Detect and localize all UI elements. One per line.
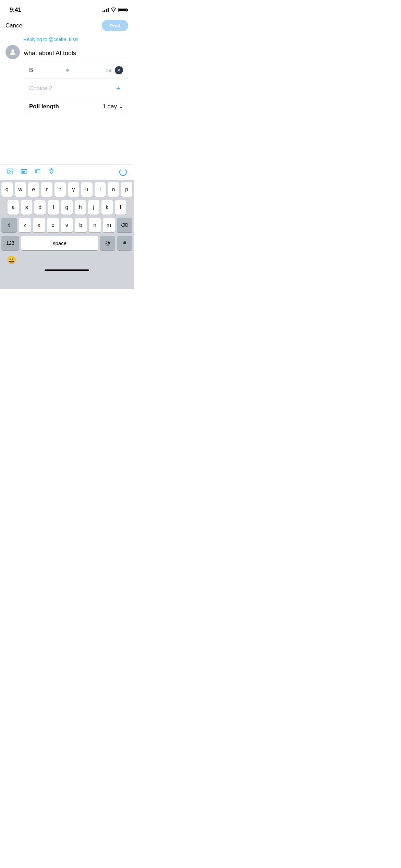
key-i[interactable]: i [95,182,106,197]
cursor-dot [66,69,69,72]
key-r[interactable]: r [41,182,52,197]
reply-handle[interactable]: @csaba_kissi [49,37,78,42]
nav-bar: Cancel Post [0,17,134,35]
signal-bars-icon [102,8,109,12]
gif-icon[interactable]: GIF [21,168,27,176]
key-x[interactable]: x [33,218,45,232]
delete-key[interactable]: ⌫ [117,218,132,232]
avatar [5,45,20,59]
choice2-row[interactable]: Choice 2 + [24,79,128,98]
key-z[interactable]: z [19,218,31,232]
toolbar: GIF [0,164,134,180]
key-k[interactable]: k [101,200,113,215]
home-indicator [45,269,89,271]
poll-card: 24 ✕ Choice 2 + Poll length 1 day [24,62,128,115]
emoji-key[interactable]: 😀 [7,256,16,265]
char-count: 24 [106,68,111,73]
numbers-key[interactable]: 123 [1,236,19,250]
user-row: what about AI tools 24 ✕ Choice 2 [5,45,128,115]
key-o[interactable]: o [108,182,119,197]
loading-indicator [119,168,127,176]
key-n[interactable]: n [89,218,101,232]
clear-button[interactable]: ✕ [115,66,123,74]
choice2-placeholder: Choice 2 [29,85,113,92]
cancel-button[interactable]: Cancel [5,22,24,29]
key-j[interactable]: j [88,200,99,215]
key-g[interactable]: g [61,200,72,215]
clear-icon: ✕ [117,68,121,73]
key-m[interactable]: m [103,218,115,232]
svg-point-6 [35,169,37,171]
space-key[interactable]: space [21,236,98,250]
key-e[interactable]: e [28,182,39,197]
replying-to-label: Replying to @csaba_kissi [23,37,128,42]
svg-text:GIF: GIF [22,171,25,173]
poll-length-row: Poll length 1 day ⌄ [24,98,128,115]
image-icon[interactable] [7,168,14,176]
wifi-icon [111,7,116,13]
key-b[interactable]: b [75,218,87,232]
keyboard-bottom-bar: 😀 [1,254,132,267]
poll-icon[interactable] [34,168,41,176]
keyboard-row-1: q w e r t y u i o p [1,182,132,197]
status-time: 9:41 [10,7,21,13]
key-a[interactable]: a [8,200,19,215]
key-p[interactable]: p [121,182,132,197]
choice1-input[interactable] [29,67,63,74]
key-h[interactable]: h [75,200,86,215]
key-q[interactable]: q [1,182,13,197]
add-choice-button[interactable]: + [113,84,123,93]
key-y[interactable]: y [68,182,79,197]
post-button[interactable]: Post [102,20,128,31]
key-w[interactable]: w [15,182,26,197]
at-key[interactable]: @ [100,236,115,250]
shift-key[interactable]: ⇧ [1,218,17,232]
key-f[interactable]: f [48,200,59,215]
poll-length-dropdown[interactable]: 1 day ⌄ [102,103,123,110]
key-u[interactable]: u [81,182,93,197]
svg-point-10 [51,170,52,171]
tweet-text[interactable]: what about AI tools [24,47,128,57]
key-t[interactable]: t [54,182,66,197]
location-icon[interactable] [48,168,55,176]
svg-point-0 [113,11,114,12]
poll-length-label: Poll length [29,103,59,110]
battery-icon [118,8,127,12]
toolbar-icons: GIF [7,168,55,176]
keyboard: q w e r t y u i o p a s d f g h j k l ⇧ … [0,180,134,289]
key-d[interactable]: d [34,200,46,215]
status-icons [102,7,127,13]
svg-point-3 [9,170,10,171]
chevron-down-icon: ⌄ [119,104,123,109]
key-v[interactable]: v [61,218,73,232]
key-s[interactable]: s [21,200,32,215]
hash-key[interactable]: # [117,236,132,250]
compose-area: Replying to @csaba_kissi what about AI t… [0,35,134,115]
plus-icon: + [116,85,121,92]
keyboard-row-3: ⇧ z x c v b n m ⌫ [1,218,132,232]
choice1-row: 24 ✕ [24,62,128,79]
svg-point-1 [11,49,14,52]
key-c[interactable]: c [47,218,59,232]
keyboard-row-4: 123 space @ # [1,236,132,250]
svg-point-7 [35,171,37,173]
poll-length-value: 1 day [102,103,117,110]
status-bar: 9:41 [0,0,134,17]
keyboard-row-2: a s d f g h j k l [1,200,132,215]
key-l[interactable]: l [115,200,126,215]
